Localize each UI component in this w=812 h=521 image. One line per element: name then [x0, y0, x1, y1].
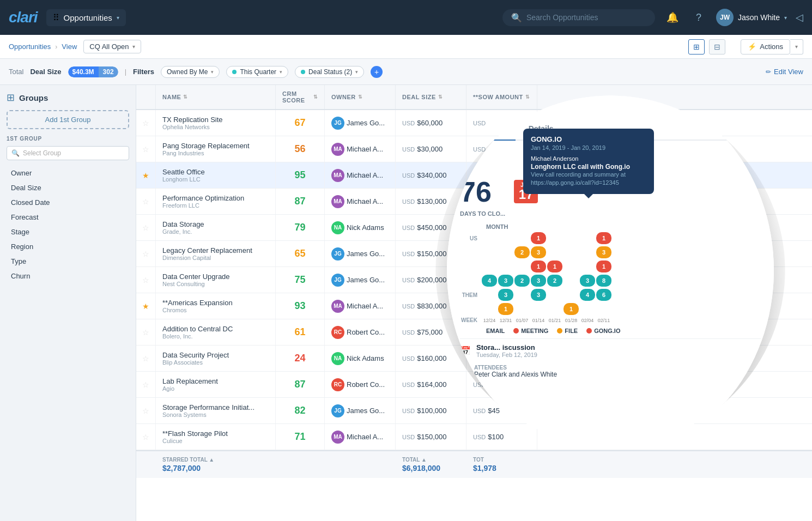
badge-amount: $40.3M — [68, 66, 99, 77]
search-bar[interactable]: 🔍 — [502, 9, 655, 26]
gong-desc: View call recording and summary at https… — [531, 171, 646, 187]
actions-btn[interactable]: ⚡ Actions — [741, 39, 790, 54]
starred-total-value: $2,787,000 — [162, 464, 282, 472]
week-axis: WEEK 12/24 12/31 01/07 01/14 01/21 01/28… — [460, 317, 761, 323]
cal-row-us4: 4 3 2 3 2 3 8 — [460, 275, 761, 287]
logo: clari — [9, 9, 38, 26]
edit-view-label: Edit View — [774, 68, 803, 76]
breadcrumb-view[interactable]: View — [62, 43, 77, 51]
legend-email: EMAIL — [486, 328, 505, 334]
pipe-sep: | — [125, 68, 126, 76]
actions-arrow[interactable]: ▾ — [790, 39, 803, 54]
user-name: Jason White — [738, 13, 780, 22]
status-label: Deal Status (2) — [308, 68, 352, 76]
table-header: NAME ⇅ CRM SCORE ⇅ OWNER ⇅ DEAL SIZE ⇅ *… — [136, 85, 812, 110]
cal-cell: 2 — [514, 246, 530, 258]
view-selector[interactable]: CQ All Open ▾ — [83, 40, 141, 53]
month-label: MONTH — [486, 223, 761, 230]
search-input[interactable] — [526, 13, 646, 22]
group-search-input[interactable] — [23, 149, 124, 157]
table-row[interactable]: ☆ **Flash Storage PilotCulicue 71 MAMich… — [136, 424, 812, 450]
cal-row-us3: 1 1 1 — [460, 260, 761, 272]
col-header-crm[interactable]: CRM SCORE ⇅ — [276, 85, 325, 109]
sidebar-title: Groups — [19, 93, 48, 102]
module-arrow: ▾ — [117, 15, 119, 21]
sidebar-item-region[interactable]: Region — [7, 239, 129, 254]
col-header-sow[interactable]: **SOW AMOUNT ⇅ — [466, 85, 537, 109]
popup-inner: Seattle Office Longhorn LLC in ☆ ••• Ins… — [447, 85, 774, 456]
back-btn[interactable]: ◁ — [796, 11, 803, 23]
star-icon[interactable]: ☆ — [142, 433, 149, 441]
cal-cell: 3 — [498, 289, 513, 301]
sidebar-item-closed-date[interactable]: Closed Date — [7, 195, 129, 210]
star-icon[interactable]: ☆ — [142, 223, 149, 232]
cal-cell: 4 — [482, 275, 497, 287]
sidebar-item-type[interactable]: Type — [7, 254, 129, 269]
cal-cell: 1 — [596, 232, 611, 244]
deal-size-label: Deal Size — [30, 68, 61, 76]
breadcrumb-bar: Opportunities › View CQ All Open ▾ ⊞ ⊟ ⚡… — [0, 35, 812, 59]
star-icon[interactable]: ☆ — [142, 250, 149, 258]
sidebar-item-churn[interactable]: Churn — [7, 269, 129, 283]
legend-gong: GONG.IO — [586, 328, 620, 334]
table-view-btn[interactable]: ⊞ — [688, 39, 705, 54]
module-selector[interactable]: ⠿ Opportunities ▾ — [46, 9, 126, 26]
col-header-deal[interactable]: DEAL SIZE ⇅ — [396, 85, 466, 109]
col-header-owner[interactable]: OWNER ⇅ — [325, 85, 396, 109]
breadcrumb-sep: › — [55, 43, 57, 51]
help-btn[interactable]: ? — [690, 9, 707, 26]
col-header-name[interactable]: NAME ⇅ — [156, 85, 276, 109]
notifications-btn[interactable]: 🔔 — [664, 9, 681, 26]
meeting-row[interactable]: 📅 Stora... iscussion Tuesday, Feb 12, 20… — [460, 338, 761, 362]
card-view-btn[interactable]: ⊟ — [709, 39, 725, 54]
sidebar-item-owner[interactable]: Owner — [7, 166, 129, 180]
dot-red2 — [586, 328, 592, 334]
badge-count: 302 — [99, 66, 118, 77]
filter-arrow-2: ▾ — [280, 69, 282, 75]
filter-chip-status[interactable]: Deal Status (2) ▾ — [295, 66, 364, 78]
cal-cell: 2 — [547, 275, 562, 287]
edit-view-btn[interactable]: ✏ Edit View — [766, 68, 803, 76]
popup-body: GONG.IO Jan 14, 2019 - Jan 20, 2019 Mich… — [447, 141, 774, 387]
star-icon[interactable]: ☆ — [142, 354, 149, 363]
sidebar-search[interactable]: 🔍 — [7, 146, 129, 160]
filter-chip-quarter[interactable]: This Quarter ▾ — [226, 66, 288, 78]
search-icon: 🔍 — [11, 149, 20, 157]
meeting-title: Stora... iscussion — [476, 343, 537, 352]
cal-row-them2: 1 1 — [460, 303, 761, 315]
gong-title: GONG.IO — [531, 141, 646, 143]
star-icon-filled[interactable]: ★ — [142, 302, 149, 311]
cal-cell: 1 — [498, 303, 513, 315]
actions-btn-group: ⚡ Actions ▾ — [741, 39, 803, 54]
star-icon[interactable]: ☆ — [142, 407, 149, 415]
dot-quarter — [232, 70, 237, 74]
sidebar-item-stage[interactable]: Stage — [7, 225, 129, 239]
add-filter-btn[interactable]: + — [371, 66, 383, 78]
dot-yellow — [557, 328, 562, 334]
gong-link-title: Longhorn LLC call with Gong.io — [531, 163, 646, 171]
total-label: TOTAL ▲ — [402, 457, 473, 463]
attendees-value: Peter Clark and Alexis White — [474, 371, 761, 378]
lightning-icon: ⚡ — [748, 43, 756, 51]
star-icon[interactable]: ☆ — [142, 328, 149, 337]
star-icon[interactable]: ☆ — [142, 145, 149, 154]
deal-size-badge[interactable]: $40.3M 302 — [68, 66, 118, 77]
gong-io-label: GONG.IO — [594, 328, 620, 334]
breadcrumb-opportunities[interactable]: Opportunities — [9, 43, 51, 51]
star-icon[interactable]: ☆ — [142, 197, 149, 206]
sidebar-item-deal-size[interactable]: Deal Size — [7, 180, 129, 195]
add-group-btn[interactable]: Add 1st Group — [7, 110, 129, 129]
user-area[interactable]: JW Jason White ▾ — [716, 9, 787, 26]
file-label: FILE — [565, 328, 578, 334]
email-label: EMAIL — [486, 328, 505, 334]
star-icon-filled[interactable]: ★ — [142, 171, 149, 180]
dot-red — [513, 328, 519, 334]
filters-label: Filters — [133, 68, 154, 76]
cal-cell: 8 — [596, 275, 611, 287]
star-icon[interactable]: ☆ — [142, 119, 149, 128]
cal-cell: 1 — [596, 260, 611, 272]
star-icon[interactable]: ☆ — [142, 380, 149, 389]
filter-chip-owned[interactable]: Owned By Me ▾ — [161, 66, 220, 78]
sidebar-item-forecast[interactable]: Forecast — [7, 210, 129, 225]
star-icon[interactable]: ☆ — [142, 276, 149, 284]
